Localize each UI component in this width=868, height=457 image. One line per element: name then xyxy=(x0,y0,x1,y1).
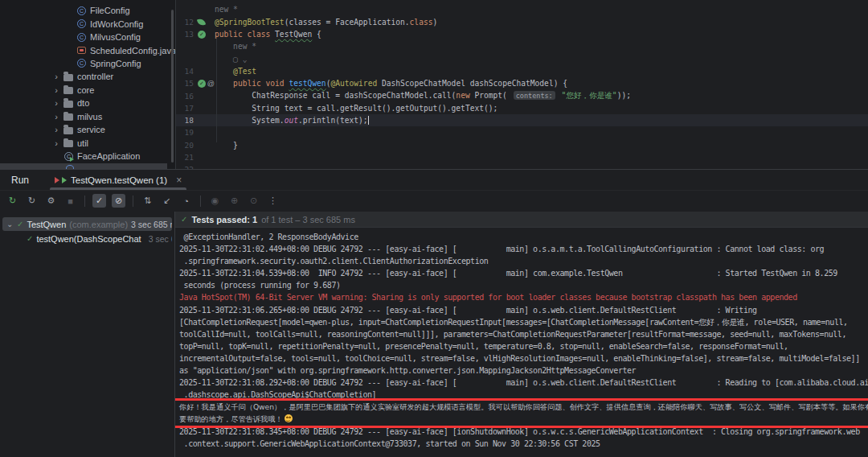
code-line[interactable]: 21 xyxy=(176,151,868,163)
tree-scrollbar[interactable] xyxy=(171,10,174,163)
code-token: )); xyxy=(617,91,631,100)
code-line[interactable]: 13✓public class TestQwen { xyxy=(176,28,868,40)
chevron-right-icon[interactable]: › xyxy=(53,138,59,148)
test-duration: 3 sec 685 ms xyxy=(131,220,172,229)
chevron-right-icon[interactable]: › xyxy=(53,72,59,81)
code-line[interactable]: 17 String text = call.getResult().getOut… xyxy=(176,102,868,114)
check-icon: ✓ xyxy=(181,215,187,224)
tree-item-dto[interactable]: ›dto xyxy=(0,97,175,109)
more-icon[interactable]: ⋮ xyxy=(266,194,280,208)
console-log: @ExceptionHandler, 2 ResponseBodyAdvice2… xyxy=(175,231,868,450)
console-output[interactable]: ✓ Tests passed: 1 of 1 test – 3 sec 685 … xyxy=(175,212,868,457)
class-icon: C xyxy=(77,6,86,15)
chevron-down-icon[interactable]: ⌄ xyxy=(6,220,14,228)
tree-item-core[interactable]: ›core xyxy=(0,84,175,97)
annotation-gutter-icon: @ xyxy=(207,80,215,88)
sort-by-duration-icon[interactable]: ↙ xyxy=(160,194,174,208)
tree-item-ScheduledConfig.java[interactable]: ScheduledConfig.java xyxy=(0,43,175,56)
chevron-right-icon[interactable]: › xyxy=(53,125,59,134)
test-name: TestQwen xyxy=(27,220,66,229)
filter-icon[interactable]: ⊙ xyxy=(247,194,260,208)
import-results-icon[interactable]: ⊕ xyxy=(227,194,241,208)
test-results-tree: ⌄✓TestQwen (com.example)3 sec 685 ms✓tes… xyxy=(0,212,175,457)
folder-icon xyxy=(63,127,73,134)
code-token: new * xyxy=(215,42,256,51)
run-test-icon[interactable]: ✓ xyxy=(198,31,206,39)
chevron-right-icon[interactable]: › xyxy=(53,112,59,121)
line-number: 17 xyxy=(176,104,194,113)
tree-item-FaceApplication[interactable]: CFaceApplication xyxy=(0,150,175,163)
gutter-icons: ✓@ xyxy=(194,80,215,88)
code-line[interactable]: 22 xyxy=(176,163,868,169)
folder-icon xyxy=(63,101,73,108)
code-text: System.out.println(text); xyxy=(215,116,369,125)
folder-icon xyxy=(63,113,73,121)
rerun-test-icon xyxy=(55,177,59,183)
run-toolbar: ↻↻⚙■✓⊘⇅↙◔◉⊕⊙⋮ xyxy=(0,191,868,211)
code-line[interactable]: new * xyxy=(176,3,868,15)
stop-icon[interactable]: ■ xyxy=(63,194,77,208)
code-line[interactable]: 12@SpringBootTest(classes = FaceApplicat… xyxy=(176,16,868,28)
folder-icon xyxy=(63,74,73,81)
console-line: incrementalOutput=false, tools=null, too… xyxy=(175,352,868,364)
tree-item-SpringConfig[interactable]: CSpringConfig xyxy=(0,57,175,70)
console-line: topP=null, topK=null, repetitionPenalty=… xyxy=(175,340,868,352)
rerun-failed-tests-icon[interactable]: ↻ xyxy=(25,194,39,208)
run-tab-testqwen[interactable]: TestQwen.testQwen (1) × xyxy=(51,170,185,190)
tree-item-service[interactable]: ›service xyxy=(0,123,175,136)
tree-item-MilvusConfig[interactable]: CMilvusConfig xyxy=(0,31,175,43)
console-line: .springframework.security.oauth2.client.… xyxy=(175,255,868,267)
rerun-icon[interactable]: ↻ xyxy=(6,194,19,208)
code-editor[interactable]: 11new *12@SpringBootTest(classes = FaceA… xyxy=(175,0,868,169)
code-token: DashScopeChatModel dashScopeChatModel) { xyxy=(377,79,567,88)
show-passed-icon[interactable]: ✓ xyxy=(92,194,106,208)
code-token: testQwen xyxy=(289,79,326,88)
console-line: .context.support.GenericWebApplicationCo… xyxy=(175,438,868,450)
console-line: 2025-11-30T22:31:08.345+08:00 DEBUG 2479… xyxy=(175,426,868,438)
history-icon[interactable]: ◔ xyxy=(179,194,193,208)
tree-item-IdWorkConfig[interactable]: CIdWorkConfig xyxy=(0,17,175,30)
project-tree-panel: CFileConfigCIdWorkConfigCMilvusConfigSch… xyxy=(0,0,175,169)
console-line: .dashscope.api.DashScopeApi$ChatCompleti… xyxy=(175,389,868,401)
show-ignored-icon[interactable]: ⊘ xyxy=(112,194,125,208)
test-result-row[interactable]: ✓testQwen(DashScopeChat3 sec 685 ms xyxy=(2,232,172,245)
code-line[interactable]: 19 xyxy=(176,126,868,138)
code-line[interactable]: ▢ ⌄ xyxy=(176,52,868,64)
tree-item-label: service xyxy=(77,125,105,134)
code-line[interactable]: 14 @Test xyxy=(176,65,868,77)
line-number: 13 xyxy=(176,30,194,39)
screenshot-icon[interactable]: ◉ xyxy=(208,194,222,208)
spring-boot-app-icon: C xyxy=(64,152,73,161)
run-panel-title: Run xyxy=(11,175,29,186)
chevron-right-icon[interactable]: › xyxy=(53,85,59,95)
tree-item-milvus[interactable]: ›milvus xyxy=(0,110,175,123)
run-header: Run TestQwen.testQwen (1) × xyxy=(0,170,868,191)
code-token xyxy=(215,79,233,88)
code-line[interactable]: 20 } xyxy=(176,139,868,151)
tree-item-label: ScheduledConfig.java xyxy=(90,46,175,56)
test-result-row[interactable]: ⌄✓TestQwen (com.example)3 sec 685 ms xyxy=(2,217,172,231)
console-line: [ChatCompletionRequest[model=qwen-plus, … xyxy=(175,316,868,328)
auto-test-icon[interactable]: ⚙ xyxy=(44,194,58,208)
tree-item-controller[interactable]: ›controller xyxy=(0,70,175,83)
close-icon[interactable]: × xyxy=(176,176,182,184)
console-line: 2025-11-30T22:31:04.539+08:00 INFO 24792… xyxy=(175,267,868,279)
code-line[interactable]: 18 System.out.println(text); xyxy=(176,114,868,126)
code-token: out xyxy=(285,116,298,125)
line-number: 18 xyxy=(176,116,194,125)
class-icon: C xyxy=(77,59,86,68)
code-line[interactable]: 16 ChatResponse call = dashScopeChatMode… xyxy=(176,89,868,101)
spring-bean-icon[interactable] xyxy=(197,18,206,27)
tree-item-FileConfig[interactable]: CFileConfig xyxy=(0,4,175,17)
chevron-right-icon[interactable]: › xyxy=(53,98,59,108)
sort-alphabetically-icon[interactable]: ⇅ xyxy=(141,194,154,208)
run-test-icon[interactable]: ✓ xyxy=(198,80,206,88)
run-tab-label: TestQwen.testQwen (1) xyxy=(71,175,167,185)
console-line: Java HotSpot(TM) 64-Bit Server VM warnin… xyxy=(175,291,868,303)
code-token: public class xyxy=(215,30,275,39)
tree-item-util[interactable]: ›util xyxy=(0,136,175,149)
active-tab-underline xyxy=(50,187,186,190)
code-text: public class TestQwen { xyxy=(215,30,321,39)
code-line[interactable]: 15✓@ public void testQwen(@Autowired Das… xyxy=(176,77,868,89)
code-line[interactable]: new * xyxy=(176,40,868,52)
